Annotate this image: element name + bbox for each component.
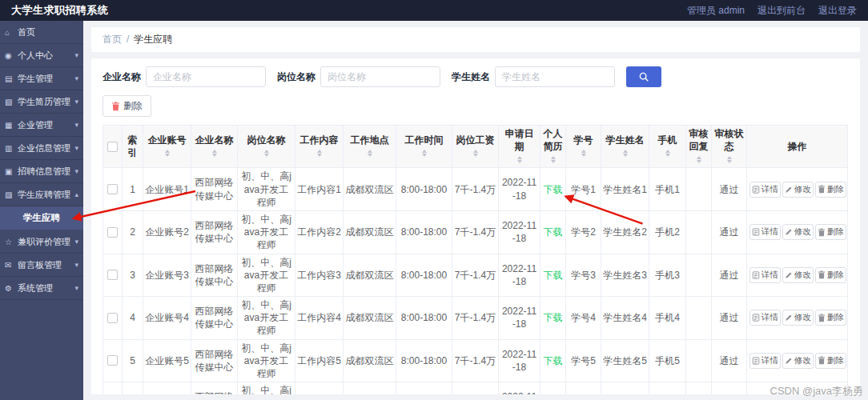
detail-button[interactable]: 详情 — [749, 310, 781, 326]
sort-carets-icon[interactable] — [581, 147, 586, 159]
row-checkbox[interactable] — [107, 355, 118, 366]
column-header-salary[interactable]: 岗位工资 — [452, 126, 499, 168]
column-label: 企业名称 — [195, 134, 234, 146]
sidebar-item-3[interactable]: ▧学生简历管理▾ — [0, 90, 83, 114]
column-header-position[interactable]: 岗位名称 — [238, 126, 295, 168]
edit-button[interactable]: 修改 — [782, 310, 814, 326]
row-checkbox[interactable] — [107, 270, 118, 280]
sidebar-item-10[interactable]: ⚙系统管理▾ — [0, 277, 83, 300]
edit-icon — [785, 357, 793, 365]
student-name-input[interactable] — [495, 66, 615, 87]
main-content: 首页/学生应聘 企业名称 岗位名称 学生姓名 删除 — [83, 21, 868, 400]
row-delete-button[interactable]: 删除 — [815, 224, 846, 240]
edit-button[interactable]: 修改 — [782, 224, 814, 240]
cell-resume: 下载 — [540, 297, 566, 340]
sort-carets-icon[interactable] — [551, 154, 556, 166]
cell-reply — [686, 210, 712, 254]
cell-resume: 下载 — [540, 382, 566, 394]
cell-time: 8:00-18:00 — [396, 168, 452, 211]
resume-download-link[interactable]: 下载 — [544, 312, 563, 323]
detail-button[interactable]: 详情 — [749, 267, 781, 283]
row-checkbox[interactable] — [107, 227, 118, 238]
row-delete-button[interactable]: 删除 — [815, 353, 846, 369]
trash-icon — [818, 270, 826, 279]
sort-carets-icon[interactable] — [623, 147, 628, 159]
row-delete-button[interactable]: 删除 — [815, 310, 846, 326]
sidebar-item-4[interactable]: ▦企业管理▾ — [0, 114, 83, 137]
cell-phone: 手机1 — [649, 168, 686, 211]
sidebar-item-8[interactable]: ☆兼职评价管理▾ — [0, 230, 83, 254]
sidebar-item-6[interactable]: ▣招聘信息管理▾ — [0, 160, 83, 183]
cell-time: 8:00-18:00 — [396, 210, 452, 254]
sort-carets-icon[interactable] — [264, 147, 269, 159]
sort-carets-icon[interactable] — [665, 147, 670, 159]
resume-download-link[interactable]: 下载 — [544, 355, 563, 366]
detail-button[interactable]: 详情 — [749, 224, 781, 240]
column-header-date[interactable]: 申请日期 — [499, 126, 540, 168]
sidebar-item-label: 企业管理 — [18, 119, 53, 131]
row-delete-button[interactable]: 删除 — [815, 267, 846, 283]
cell-checkbox — [103, 382, 123, 394]
column-header-account[interactable]: 企业账号 — [143, 126, 191, 168]
sort-carets-icon[interactable] — [165, 147, 170, 159]
cell-resume: 下载 — [540, 210, 566, 254]
column-header-resume[interactable]: 个人简历 — [540, 126, 566, 168]
sort-carets-icon[interactable] — [422, 147, 427, 159]
cell-location: 成都双流区 — [344, 210, 396, 254]
column-header-content[interactable]: 工作内容 — [295, 126, 344, 168]
sort-carets-icon[interactable] — [517, 154, 522, 166]
watermark: CSDN @java李杨勇 — [770, 384, 864, 398]
edit-icon — [785, 314, 793, 322]
sort-carets-icon[interactable] — [727, 154, 732, 166]
company-icon: ▦ — [5, 121, 14, 130]
row-checkbox[interactable] — [107, 313, 118, 323]
exit-to-front-link[interactable]: 退出到前台 — [757, 4, 806, 18]
sidebar-item-7[interactable]: ▨学生应聘管理▴ — [0, 183, 83, 206]
logout-link[interactable]: 退出登录 — [818, 4, 857, 18]
cell-salary: 7千-1.4万 — [452, 210, 499, 254]
search-button[interactable] — [626, 66, 661, 87]
column-header-reply[interactable]: 审核回复 — [686, 126, 712, 168]
edit-button[interactable]: 修改 — [782, 267, 814, 283]
cell-account: 企业账号3 — [143, 254, 191, 297]
column-header-status[interactable]: 审核状态 — [712, 126, 747, 168]
sort-carets-icon[interactable] — [697, 154, 701, 166]
sort-carets-icon[interactable] — [368, 147, 372, 159]
cell-ops: 详情修改删除 — [747, 254, 848, 297]
cell-position: 初、中、高java开发工程师 — [238, 210, 295, 254]
bulk-delete-button[interactable]: 删除 — [102, 95, 151, 117]
company-name-input[interactable] — [146, 66, 266, 87]
resume-download-link[interactable]: 下载 — [544, 270, 563, 281]
column-header-company[interactable]: 企业名称 — [191, 126, 238, 168]
resume-download-link[interactable]: 下载 — [544, 226, 563, 238]
sidebar-item-5[interactable]: ▥企业信息管理▾ — [0, 137, 83, 160]
row-delete-button[interactable]: 删除 — [815, 182, 846, 198]
detail-button[interactable]: 详情 — [749, 353, 781, 369]
cell-company: 西部网络传媒中心 — [191, 382, 238, 394]
column-header-student_name[interactable]: 学生姓名 — [601, 126, 649, 168]
sort-carets-icon[interactable] — [212, 147, 217, 159]
cell-account: 企业账号6 — [143, 382, 191, 394]
row-checkbox[interactable] — [107, 184, 118, 194]
sort-carets-icon[interactable] — [317, 147, 322, 159]
sidebar-item-2[interactable]: ▤学生管理▾ — [0, 67, 83, 90]
detail-button[interactable]: 详情 — [749, 182, 781, 198]
breadcrumb-home[interactable]: 首页 — [102, 34, 122, 45]
column-header-student_no[interactable]: 学号 — [566, 126, 601, 168]
edit-button[interactable]: 修改 — [782, 353, 814, 369]
select-all-checkbox[interactable] — [107, 142, 118, 152]
column-header-time[interactable]: 工作时间 — [396, 126, 452, 168]
sidebar-item-9[interactable]: ✉留言板管理▾ — [0, 254, 83, 277]
column-header-location[interactable]: 工作地点 — [344, 126, 396, 168]
sort-carets-icon[interactable] — [473, 147, 478, 159]
sidebar-item-0[interactable]: ⌂首页 — [0, 21, 83, 44]
column-label: 岗位名称 — [247, 134, 286, 146]
cell-checkbox — [103, 210, 123, 254]
column-header-phone[interactable]: 手机 — [649, 126, 686, 168]
sidebar-item-1[interactable]: ◉个人中心▾ — [0, 44, 83, 67]
edit-button[interactable]: 修改 — [782, 182, 814, 198]
sidebar-subitem[interactable]: 学生应聘 — [0, 206, 83, 230]
position-name-input[interactable] — [320, 66, 440, 87]
resume-download-link[interactable]: 下载 — [544, 184, 563, 195]
cell-phone: 手机6 — [649, 382, 686, 394]
